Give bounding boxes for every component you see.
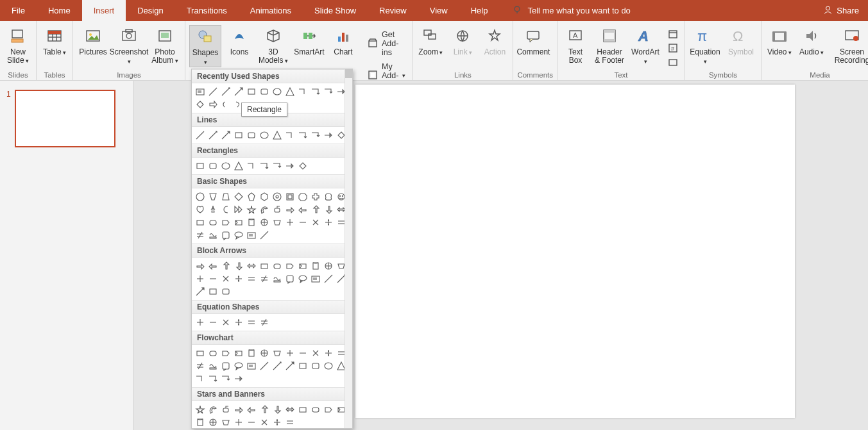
shape-option[interactable] bbox=[246, 360, 257, 372]
shape-option[interactable] bbox=[194, 273, 206, 285]
shape-option[interactable] bbox=[233, 191, 244, 203]
shape-option[interactable] bbox=[246, 317, 257, 328]
shape-option[interactable] bbox=[220, 204, 232, 215]
wordart-button[interactable]: A WordArt bbox=[629, 25, 661, 66]
shape-option[interactable] bbox=[323, 273, 334, 285]
shape-option[interactable] bbox=[233, 360, 244, 372]
shape-option[interactable] bbox=[220, 417, 232, 428]
shape-option[interactable] bbox=[271, 160, 283, 172]
shape-option[interactable] bbox=[271, 417, 283, 428]
shape-option[interactable] bbox=[323, 404, 334, 415]
shape-option[interactable] bbox=[246, 347, 257, 359]
shape-option[interactable] bbox=[284, 347, 296, 359]
screen-recording-button[interactable]: Screen Recording bbox=[830, 25, 868, 65]
shape-option[interactable] bbox=[207, 129, 219, 141]
shape-option[interactable] bbox=[220, 217, 232, 228]
shape-option[interactable] bbox=[194, 204, 206, 215]
shape-option[interactable] bbox=[259, 217, 270, 228]
shape-option[interactable] bbox=[207, 191, 219, 203]
shape-option[interactable] bbox=[194, 286, 206, 297]
smartart-button[interactable]: SmartArt bbox=[293, 25, 325, 56]
shape-option[interactable] bbox=[271, 217, 283, 228]
shape-option[interactable] bbox=[259, 160, 270, 172]
shape-option[interactable] bbox=[220, 229, 232, 241]
shape-option[interactable] bbox=[207, 260, 219, 272]
shape-option[interactable] bbox=[233, 317, 244, 328]
share-button[interactable]: Share bbox=[823, 5, 859, 17]
shape-option[interactable] bbox=[259, 86, 270, 97]
shape-option[interactable] bbox=[220, 191, 232, 203]
shape-option[interactable] bbox=[233, 160, 244, 172]
shape-option[interactable] bbox=[271, 273, 283, 285]
pictures-button[interactable]: Pictures bbox=[77, 25, 109, 56]
shape-option[interactable] bbox=[284, 417, 296, 428]
shape-option[interactable] bbox=[207, 404, 219, 415]
video-button[interactable]: Video bbox=[765, 25, 794, 57]
chart-button[interactable]: Chart bbox=[329, 25, 357, 56]
shape-option[interactable] bbox=[194, 191, 206, 203]
shape-option[interactable] bbox=[271, 129, 283, 141]
tab-help[interactable]: Help bbox=[459, 0, 500, 21]
tell-me-search[interactable]: Tell me what you want to do bbox=[512, 4, 630, 17]
shape-option[interactable] bbox=[207, 347, 219, 359]
header-footer-button[interactable]: Header & Footer bbox=[593, 25, 625, 65]
shape-option[interactable] bbox=[246, 260, 257, 272]
shape-option[interactable] bbox=[220, 160, 232, 172]
shape-option[interactable] bbox=[271, 86, 283, 97]
shape-option[interactable] bbox=[259, 260, 270, 272]
shape-option[interactable] bbox=[207, 160, 219, 172]
tab-slideshow[interactable]: Slide Show bbox=[303, 0, 368, 21]
shape-option[interactable] bbox=[233, 86, 244, 97]
shape-option[interactable] bbox=[297, 404, 309, 415]
shape-option[interactable] bbox=[297, 191, 309, 203]
tab-insert[interactable]: Insert bbox=[82, 0, 126, 21]
shape-option[interactable] bbox=[284, 260, 296, 272]
shape-option[interactable] bbox=[207, 273, 219, 285]
shape-option[interactable] bbox=[220, 86, 232, 97]
shape-option[interactable] bbox=[323, 191, 334, 203]
shape-option[interactable] bbox=[207, 286, 219, 297]
shape-option[interactable] bbox=[310, 204, 321, 215]
shape-option[interactable] bbox=[194, 229, 206, 241]
tab-home[interactable]: Home bbox=[37, 0, 82, 21]
shape-option[interactable] bbox=[233, 273, 244, 285]
shape-option[interactable] bbox=[284, 273, 296, 285]
shape-option[interactable] bbox=[233, 217, 244, 228]
shape-option[interactable] bbox=[194, 317, 206, 328]
shape-option[interactable] bbox=[284, 86, 296, 97]
shape-option[interactable] bbox=[207, 99, 219, 110]
tab-file[interactable]: File bbox=[0, 0, 37, 21]
shape-option[interactable] bbox=[297, 160, 309, 172]
shape-option[interactable] bbox=[246, 191, 257, 203]
shape-option[interactable] bbox=[259, 273, 270, 285]
shape-option[interactable] bbox=[310, 217, 321, 228]
shape-option[interactable] bbox=[259, 347, 270, 359]
shape-option[interactable] bbox=[194, 347, 206, 359]
new-slide-button[interactable]: New Slide bbox=[4, 25, 32, 65]
shape-option[interactable] bbox=[207, 229, 219, 241]
link-button[interactable]: Link bbox=[448, 25, 477, 57]
shape-option[interactable] bbox=[246, 129, 257, 141]
shape-option[interactable] bbox=[284, 129, 296, 141]
shape-option[interactable] bbox=[194, 260, 206, 272]
shape-option[interactable] bbox=[323, 347, 334, 359]
shape-option[interactable] bbox=[207, 373, 219, 385]
shape-option[interactable] bbox=[297, 347, 309, 359]
shape-option[interactable] bbox=[284, 160, 296, 172]
symbol-button[interactable]: Ω Symbol bbox=[725, 25, 757, 56]
shape-option[interactable] bbox=[220, 273, 232, 285]
shapes-scrollbar[interactable] bbox=[345, 69, 352, 428]
shape-option[interactable] bbox=[297, 204, 309, 215]
text-box-button[interactable]: A Text Box bbox=[561, 25, 590, 65]
shape-option[interactable] bbox=[246, 204, 257, 215]
shape-option[interactable] bbox=[233, 229, 244, 241]
shape-option[interactable] bbox=[220, 373, 232, 385]
shape-option[interactable] bbox=[233, 347, 244, 359]
shape-option[interactable] bbox=[246, 217, 257, 228]
shape-option[interactable] bbox=[246, 229, 257, 241]
shape-option[interactable] bbox=[271, 260, 283, 272]
shape-option[interactable] bbox=[271, 191, 283, 203]
comment-button[interactable]: Comment bbox=[517, 25, 549, 56]
shape-option[interactable] bbox=[297, 273, 309, 285]
shape-option[interactable] bbox=[297, 86, 309, 97]
